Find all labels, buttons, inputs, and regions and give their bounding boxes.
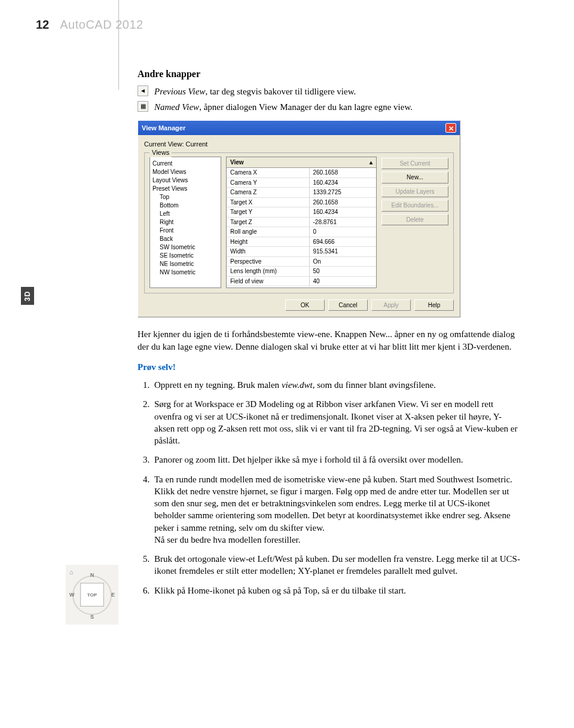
grid-heading: View [230,158,244,167]
page-header: 12 AutoCAD 2012 [36,18,520,32]
apply-button[interactable]: Apply [371,299,411,311]
tree-node[interactable]: Preset Views [152,185,218,193]
step-6: Klikk på Home-ikonet på kuben og så på T… [152,585,520,597]
prop-key: Perspective [227,257,309,267]
prop-key: Field of view [227,277,309,286]
tree-node[interactable]: Top [152,193,218,201]
prop-val: 915.5341 [309,247,377,256]
cancel-button[interactable]: Cancel [328,299,368,311]
delete-button[interactable]: Delete [381,214,448,226]
previous-view-text: , tar deg stegvis bakover til tidligere … [205,87,356,96]
prop-key: Width [227,247,309,256]
edit-boundaries-button[interactable]: Edit Boundaries... [381,200,448,212]
prop-val: 694.666 [309,237,377,247]
prop-val: 260.1658 [309,198,377,207]
named-view-desc: Named View, åpner dialogen View Manager … [154,101,520,113]
step-4b: Nå ser du bedre hva modellen forestiller… [154,535,301,545]
steps-list: Opprett en ny tegning. Bruk malen view.d… [138,379,520,597]
step-3: Panorer og zoom litt. Det hjelper ikke s… [152,454,520,466]
prop-key: Camera Y [227,178,309,188]
tree-node[interactable]: Bottom [152,201,218,210]
step-1: Opprett en ny tegning. Bruk malen view.d… [152,379,520,391]
prop-key: Lens length (mm) [227,267,309,276]
prop-key: Camera Z [227,188,309,197]
new-button[interactable]: New... [381,172,448,183]
named-view-label: Named View [154,102,199,112]
previous-view-desc: Previous View, tar deg stegvis bakover t… [154,85,520,97]
close-icon[interactable]: ✕ [445,123,456,133]
dialog-title: View Manager [142,124,185,133]
tree-node[interactable]: Front [152,227,218,235]
section-heading: Andre knapper [138,68,520,81]
book-title: AutoCAD 2012 [60,18,143,32]
view-manager-dialog: View Manager ✕ Current View: Current Vie… [138,120,460,317]
step-1a: Opprett en ny tegning. Bruk malen [154,380,282,390]
try-self-heading: Prøv selv! [138,361,520,373]
prop-val: On [309,257,377,267]
step-4: Ta en runde rundt modellen med de isomet… [152,473,520,546]
step-5: Bruk det ortogonale view-et Left/West på… [152,553,520,577]
dialog-titlebar: View Manager ✕ [138,121,460,135]
prop-val: 1339.2725 [309,188,377,197]
prop-val: 260.1658 [309,168,377,178]
prop-key: Camera X [227,168,309,178]
views-legend: Views [149,148,172,157]
body-paragraph: Her kjenner du igjen de ti forhåndsbeste… [138,328,520,353]
tree-node[interactable]: NE Isometric [152,260,218,268]
prop-val: 50 [309,267,377,276]
previous-view-icon: ◄ [138,85,148,96]
tree-node[interactable]: SW Isometric [152,243,218,252]
step-4a: Ta en runde rundt modellen med de isomet… [154,475,512,533]
prop-key: Height [227,237,309,247]
prop-val: 160.4234 [309,207,377,217]
tree-node[interactable]: NW Isometric [152,268,218,277]
tree-node[interactable]: Right [152,218,218,227]
set-current-button[interactable]: Set Current [381,158,448,170]
compass-ring [72,576,112,615]
prop-val: 40 [309,277,377,286]
compass-e[interactable]: E [111,592,115,598]
prop-key: Target X [227,198,309,207]
collapse-icon[interactable]: ▴ [370,158,373,167]
prop-val: 0 [309,227,377,237]
views-fieldset: Views Current Model Views Layout Views P… [144,152,454,293]
chapter-tab-3d: 3D [21,287,34,305]
named-view-text: , åpner dialogen View Manager der du kan… [199,102,413,112]
step-1-em: view.dwt [282,380,313,390]
ok-button[interactable]: OK [285,299,325,311]
views-tree[interactable]: Current Model Views Layout Views Preset … [149,157,221,288]
prop-val: 160.4234 [309,178,377,188]
viewcube-illustration: ⌂ N S W E TOP [66,565,118,625]
prop-val: -28.8761 [309,218,377,227]
current-view-label: Current View: Current [144,140,454,149]
previous-view-label: Previous View [154,87,205,96]
tree-node[interactable]: Current [152,160,218,168]
prop-key: Target Z [227,218,309,227]
home-icon[interactable]: ⌂ [69,568,74,576]
named-view-icon: ▦ [138,101,148,112]
page-number: 12 [36,18,49,32]
tree-node[interactable]: SE Isometric [152,252,218,260]
compass-w[interactable]: W [69,592,75,598]
prop-key: Roll angle [227,227,309,237]
tree-node[interactable]: Layout Views [152,176,218,185]
vertical-rule [118,0,119,90]
tree-node[interactable]: Back [152,235,218,243]
update-layers-button[interactable]: Update Layers [381,186,448,198]
view-properties-grid: View▴ Camera X260.1658 Camera Y160.4234 … [226,157,377,288]
help-button[interactable]: Help [414,299,454,311]
step-1b: , som du finner blant øvingsfilene. [313,380,436,390]
tree-node[interactable]: Model Views [152,168,218,176]
step-2: Sørg for at Workspace er 3D Modeling og … [152,398,520,446]
prop-key: Target Y [227,207,309,217]
compass-n[interactable]: N [90,572,94,578]
compass-s[interactable]: S [90,614,94,620]
tree-node[interactable]: Left [152,210,218,218]
